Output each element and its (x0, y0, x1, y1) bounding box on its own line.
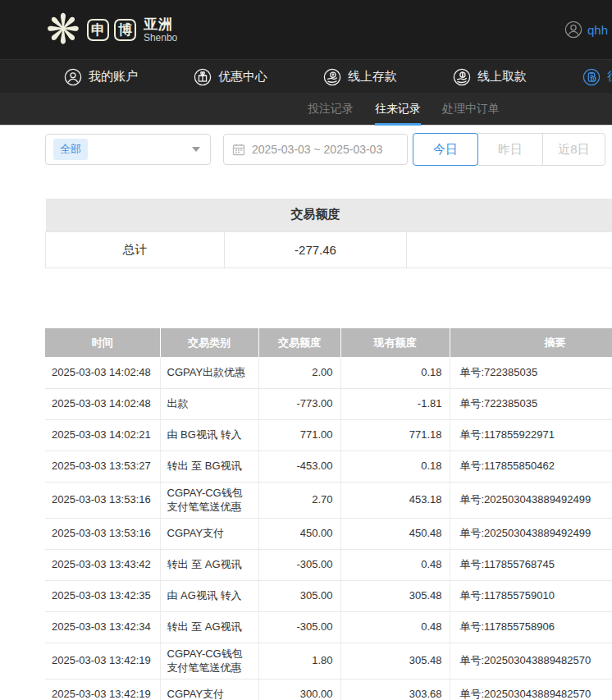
logo-char-box-1: 申 (87, 19, 109, 41)
cell-time: 2025-03-03 13:53:16 (45, 518, 160, 549)
cell-type: 转出 至 AG视讯 (160, 549, 258, 580)
col-header-memo: 摘要 (450, 328, 612, 357)
date-range-input[interactable]: 2025-03-03 ~ 2025-03-03 (223, 134, 408, 165)
cell-amount: 300.00 (258, 679, 340, 700)
cell-time: 2025-03-03 13:53:16 (45, 482, 160, 518)
username-text: qhh (587, 23, 608, 37)
cell-balance: 450.48 (340, 518, 450, 549)
cell-memo: 单号:202503043889492499 (450, 482, 612, 518)
cell-type: 由 AG视讯 转入 (160, 580, 258, 611)
cell-amount: 1.80 (258, 643, 340, 679)
deposit-icon (323, 68, 341, 86)
cell-type: CGPAY出款优惠 (160, 357, 258, 388)
cell-time: 2025-03-03 13:42:35 (45, 580, 160, 611)
cell-time: 2025-03-03 13:53:27 (45, 451, 160, 482)
cell-type: 转出 至 BG视讯 (160, 451, 258, 482)
cell-time: 2025-03-03 13:42:19 (45, 679, 160, 700)
cell-type: CGPAY-CG钱包支付笔笔送优惠 (160, 643, 258, 679)
table-row: 2025-03-03 13:53:27转出 至 BG视讯-453.000.18单… (45, 451, 612, 482)
cell-balance: 0.48 (340, 611, 450, 643)
table-row: 2025-03-03 14:02:21由 BG视讯 转入771.00771.18… (45, 419, 612, 451)
col-header-type: 交易类别 (160, 328, 258, 357)
brand-logo[interactable]: ❋ 申 博 亚洲 Shenbo (46, 0, 177, 59)
table-row: 2025-03-03 13:42:19CGPAY-CG钱包支付笔笔送优惠1.80… (45, 643, 612, 679)
cell-type: 出款 (160, 388, 258, 419)
nav-item-label: 我的账户 (89, 69, 138, 85)
tab-processing-orders[interactable]: 处理中订单 (442, 93, 500, 126)
summary-empty-cell (407, 231, 612, 268)
records-table: 时间 交易类别 交易额度 现有额度 摘要 2025-03-03 14:02:48… (45, 328, 612, 700)
cell-balance: 0.18 (340, 451, 450, 482)
cell-balance: 453.18 (340, 482, 450, 518)
cell-amount: 2.70 (258, 482, 340, 518)
table-row: 2025-03-03 14:02:48CGPAY出款优惠2.000.18单号:7… (45, 357, 612, 388)
withdraw-icon (453, 68, 471, 86)
tab-betting-records[interactable]: 投注记录 (308, 93, 354, 126)
cell-time: 2025-03-03 14:02:48 (45, 357, 160, 388)
col-header-amount: 交易额度 (258, 328, 340, 357)
cell-amount: -305.00 (258, 611, 340, 643)
cell-time: 2025-03-03 13:43:42 (45, 549, 160, 580)
col-header-balance: 现有额度 (340, 328, 450, 357)
table-row: 2025-03-03 13:43:42转出 至 AG视讯-305.000.48单… (45, 549, 612, 580)
nav-item-promotions[interactable]: 优惠中心 (194, 68, 267, 86)
top-header: ❋ 申 博 亚洲 Shenbo qhh (0, 0, 612, 59)
logo-char-box-2: 博 (114, 19, 136, 41)
today-button[interactable]: 今日 (413, 133, 478, 166)
promo-icon (194, 68, 212, 86)
cell-balance: 303.68 (340, 679, 450, 700)
cell-memo: 单号:202503043889482570 (450, 679, 612, 700)
calendar-icon (232, 143, 245, 156)
cell-memo: 单号:117855768745 (450, 549, 612, 580)
flower-logo-icon: ❋ (46, 9, 80, 50)
summary-header-row: 交易额度 (46, 199, 612, 231)
summary-total-label: 总计 (46, 231, 225, 268)
cell-memo: 单号:117855922971 (450, 419, 612, 451)
nav-item-my-account[interactable]: 我的账户 (64, 68, 138, 86)
cell-memo: 单号:202503043889482570 (450, 643, 612, 679)
records-header-row: 时间 交易类别 交易额度 现有额度 摘要 (45, 328, 612, 357)
summary-table: 交易额度 总计 -277.46 (45, 199, 612, 268)
cell-memo: 单号:202503043889492499 (450, 518, 612, 549)
page: ❋ 申 博 亚洲 Shenbo qhh 我的账户 (0, 0, 612, 700)
cell-amount: -773.00 (258, 388, 340, 419)
cell-amount: 305.00 (258, 580, 340, 611)
cell-balance: -1.81 (340, 388, 450, 419)
table-row: 2025-03-03 13:42:19CGPAY支付300.00303.68单号… (45, 679, 612, 700)
nav-item-label: 优惠中心 (218, 69, 267, 85)
cell-amount: 771.00 (258, 419, 340, 451)
sub-tab-bar: 投注记录 往来记录 处理中订单 (0, 93, 612, 126)
yesterday-button[interactable]: 昨日 (477, 133, 543, 166)
cell-balance: 0.18 (340, 357, 450, 388)
nav-item-label: 线上存款 (348, 69, 397, 85)
cell-balance: 771.18 (340, 419, 450, 451)
table-row: 2025-03-03 13:53:16CGPAY-CG钱包支付笔笔送优惠2.70… (45, 482, 612, 518)
cell-type: 转出 至 AG视讯 (160, 611, 258, 643)
cell-time: 2025-03-03 14:02:48 (45, 388, 160, 419)
cell-amount: 2.00 (258, 357, 340, 388)
cell-time: 2025-03-03 13:42:19 (45, 643, 160, 679)
cell-type: CGPAY支付 (160, 679, 258, 700)
chevron-down-icon (192, 147, 200, 152)
user-avatar-icon (564, 21, 582, 39)
cell-amount: 450.00 (258, 518, 340, 549)
nav-item-label: 线上取款 (477, 69, 527, 85)
last-8-days-button[interactable]: 近8日 (542, 133, 605, 166)
nav-item-records[interactable]: 往来记录 (582, 68, 612, 86)
user-account[interactable]: qhh (564, 0, 612, 59)
account-icon (64, 68, 82, 86)
cell-amount: -305.00 (258, 549, 340, 580)
nav-item-withdraw[interactable]: 线上取款 (453, 68, 527, 86)
summary-amount-header: 交易额度 (225, 199, 407, 231)
logo-region-text: 亚洲 (144, 17, 177, 31)
summary-header-spacer (46, 199, 225, 231)
cell-type: CGPAY支付 (160, 518, 258, 549)
tab-transaction-records[interactable]: 往来记录 (375, 93, 421, 126)
nav-item-deposit[interactable]: 线上存款 (323, 68, 397, 86)
cell-memo: 单号:722385035 (450, 357, 612, 388)
table-row: 2025-03-03 13:42:34转出 至 AG视讯-305.000.48单… (45, 611, 612, 643)
type-filter-select[interactable]: 全部 (45, 134, 211, 165)
type-filter-selected-value: 全部 (53, 139, 88, 160)
cell-memo: 单号:117855758906 (450, 611, 612, 643)
records-icon (582, 68, 601, 86)
